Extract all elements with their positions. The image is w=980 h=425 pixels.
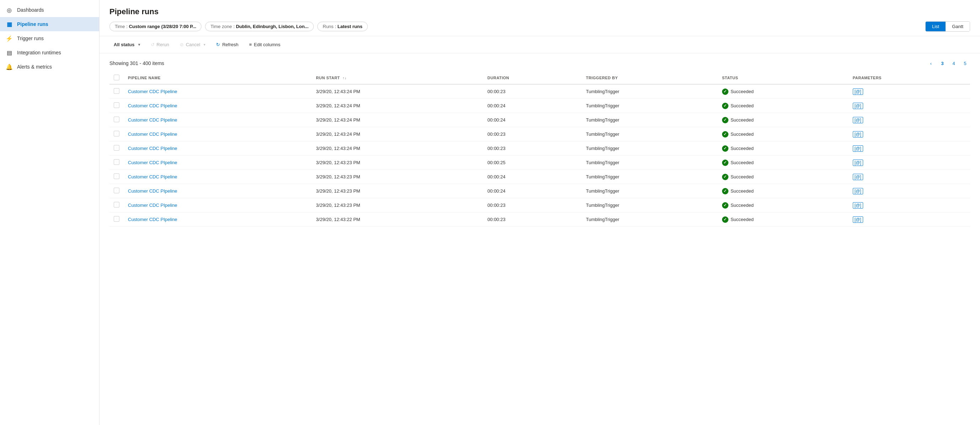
params-cell: [@]	[848, 184, 970, 198]
row-checkbox-7[interactable]	[114, 188, 119, 193]
pipeline-name-cell[interactable]: Customer CDC PIpeline	[124, 84, 312, 99]
params-icon[interactable]: [@]	[853, 89, 863, 95]
main-content: Pipeline runs Time : Custom range (3/28/…	[100, 0, 980, 425]
pipeline-name-cell[interactable]: Customer CDC PIpeline	[124, 142, 312, 156]
sidebar-item-dashboards[interactable]: ◎ Dashboards	[0, 3, 99, 17]
chevron-down-icon: ▾	[138, 43, 140, 46]
triggered-by-cell: TumblingTrigger	[582, 212, 718, 227]
run-start-cell: 3/29/20, 12:43:23 PM	[312, 156, 483, 170]
duration-cell: 00:00:23	[483, 212, 582, 227]
pipeline-name-cell[interactable]: Customer CDC PIpeline	[124, 127, 312, 142]
timezone-filter[interactable]: Time zone : Dublin, Edinburgh, Lisbon, L…	[205, 22, 314, 31]
params-icon[interactable]: [@]	[853, 188, 863, 194]
succeeded-icon	[722, 103, 729, 109]
pipeline-name-cell[interactable]: Customer CDC PIpeline	[124, 170, 312, 184]
sidebar-item-trigger-runs[interactable]: ⚡ Trigger runs	[0, 31, 99, 46]
status-text: Succeeded	[730, 146, 754, 151]
runs-filter[interactable]: Runs : Latest runs	[317, 22, 368, 31]
duration-cell: 00:00:24	[483, 113, 582, 127]
pipeline-name-cell[interactable]: Customer CDC PIpeline	[124, 113, 312, 127]
params-icon[interactable]: [@]	[853, 159, 863, 166]
status-cell: Succeeded	[718, 142, 848, 156]
sidebar-item-label: Pipeline runs	[17, 21, 48, 27]
duration-cell: 00:00:24	[483, 99, 582, 113]
header-pipeline-name: Pipeline Name	[124, 72, 312, 84]
row-checkbox-3[interactable]	[114, 131, 119, 137]
runs-filter-label: Runs	[323, 24, 333, 29]
row-checkbox-4[interactable]	[114, 145, 119, 151]
status-cell: Succeeded	[718, 99, 848, 113]
succeeded-icon	[722, 216, 729, 223]
row-checkbox-0[interactable]	[114, 88, 119, 94]
pipeline-name-cell[interactable]: Customer CDC PIpeline	[124, 184, 312, 198]
edit-columns-button[interactable]: ≡ Edit columns	[245, 40, 285, 49]
page-4-button[interactable]: 4	[949, 58, 959, 68]
select-all-checkbox[interactable]	[114, 75, 119, 80]
header-parameters: Parameters	[848, 72, 970, 84]
succeeded-icon	[722, 188, 729, 194]
view-toggle: List Gantt	[925, 21, 970, 32]
header-duration: Duration	[483, 72, 582, 84]
rerun-button[interactable]: ↺ Rerun	[146, 40, 173, 49]
table-row: Customer CDC PIpeline 3/29/20, 12:43:24 …	[110, 142, 970, 156]
row-checkbox-1[interactable]	[114, 102, 119, 108]
page-5-button[interactable]: 5	[960, 58, 970, 68]
sidebar-item-label: Dashboards	[17, 7, 44, 13]
params-icon[interactable]: [@]	[853, 174, 863, 180]
run-start-cell: 3/29/20, 12:43:24 PM	[312, 142, 483, 156]
row-checkbox-5[interactable]	[114, 159, 119, 165]
params-icon[interactable]: [@]	[853, 117, 863, 123]
params-icon[interactable]: [@]	[853, 103, 863, 109]
status-text: Succeeded	[730, 117, 754, 123]
runs-filter-value: Latest runs	[337, 24, 363, 29]
table-row: Customer CDC PIpeline 3/29/20, 12:43:24 …	[110, 84, 970, 99]
time-filter[interactable]: Time : Custom range (3/28/20 7:00 P...	[110, 22, 202, 31]
run-start-cell: 3/29/20, 12:43:24 PM	[312, 99, 483, 113]
list-view-button[interactable]: List	[926, 22, 945, 31]
status-filter-button[interactable]: All status ▾	[110, 40, 144, 49]
pipeline-name-cell[interactable]: Customer CDC PIpeline	[124, 198, 312, 212]
table-header: Pipeline Name Run Start ↑↓ Duration Trig…	[110, 72, 970, 84]
status-cell: Succeeded	[718, 184, 848, 198]
time-filter-label: Time	[115, 24, 125, 29]
page-title: Pipeline runs	[110, 7, 970, 16]
gantt-view-button[interactable]: Gantt	[945, 22, 970, 31]
sidebar-item-integration-runtimes[interactable]: ▤ Integration runtimes	[0, 46, 99, 60]
succeeded-icon	[722, 89, 729, 95]
params-icon[interactable]: [@]	[853, 145, 863, 152]
run-start-cell: 3/29/20, 12:43:23 PM	[312, 184, 483, 198]
params-icon[interactable]: [@]	[853, 216, 863, 223]
showing-info: Showing 301 - 400 items ‹ 3 4 5	[110, 53, 970, 72]
status-text: Succeeded	[730, 202, 754, 208]
header-run-start[interactable]: Run Start ↑↓	[312, 72, 483, 84]
params-icon[interactable]: [@]	[853, 202, 863, 209]
prev-page-button[interactable]: ‹	[926, 58, 936, 68]
status-text: Succeeded	[730, 132, 754, 137]
duration-cell: 00:00:23	[483, 84, 582, 99]
pipeline-name-cell[interactable]: Customer CDC PIpeline	[124, 99, 312, 113]
page-3-button[interactable]: 3	[937, 58, 947, 68]
pipeline-runs-table: Pipeline Name Run Start ↑↓ Duration Trig…	[110, 72, 970, 227]
status-text: Succeeded	[730, 89, 754, 94]
status-cell: Succeeded	[718, 198, 848, 212]
table-row: Customer CDC PIpeline 3/29/20, 12:43:22 …	[110, 212, 970, 227]
run-start-cell: 3/29/20, 12:43:22 PM	[312, 212, 483, 227]
succeeded-icon	[722, 202, 729, 209]
refresh-button[interactable]: ↻ Refresh	[212, 40, 243, 49]
succeeded-icon	[722, 117, 729, 123]
duration-cell: 00:00:24	[483, 170, 582, 184]
status-text: Succeeded	[730, 160, 754, 165]
status-cell: Succeeded	[718, 170, 848, 184]
sidebar-item-alerts-metrics[interactable]: 🔔 Alerts & metrics	[0, 60, 99, 74]
row-checkbox-6[interactable]	[114, 174, 119, 179]
params-icon[interactable]: [@]	[853, 131, 863, 137]
row-checkbox-2[interactable]	[114, 116, 119, 122]
sidebar-item-pipeline-runs[interactable]: ▦ Pipeline runs	[0, 17, 99, 31]
table-container: Showing 301 - 400 items ‹ 3 4 5 Pipeline…	[100, 53, 980, 425]
pipeline-name-cell[interactable]: Customer CDC PIpeline	[124, 156, 312, 170]
cancel-button[interactable]: ⊘ Cancel ▾	[175, 40, 210, 49]
pagination: ‹ 3 4 5	[926, 58, 970, 68]
row-checkbox-8[interactable]	[114, 202, 119, 207]
row-checkbox-9[interactable]	[114, 216, 119, 222]
pipeline-name-cell[interactable]: Customer CDC PIpeline	[124, 212, 312, 227]
